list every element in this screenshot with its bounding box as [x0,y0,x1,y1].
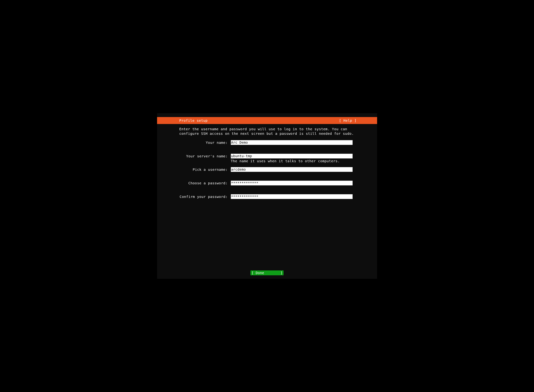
password-row: Choose a password: [179,181,355,186]
installer-screen: Profile setup [ Help ] Enter the usernam… [157,113,377,279]
password-input[interactable] [231,181,353,185]
instructions-text: Enter the username and password you will… [179,127,355,136]
done-bracket-close: ] [280,271,282,275]
done-bracket-open: [ Done [252,271,264,275]
username-label: Pick a username: [179,167,231,172]
done-button[interactable]: [ Done ] [250,271,284,275]
your-name-input[interactable] [231,140,353,145]
your-name-label: Your name: [179,140,231,145]
footer: [ Done ] [157,271,377,275]
username-row: Pick a username: [179,167,355,172]
your-name-row: Your name: [179,140,355,145]
server-name-row: Your server's name: The name it uses whe… [179,154,355,163]
page-title: Profile setup [179,118,208,123]
title-bar: Profile setup [ Help ] [157,117,377,124]
confirm-password-input[interactable] [231,194,353,199]
confirm-password-label: Confirm your password: [179,194,231,199]
server-name-label: Your server's name: [179,154,231,159]
confirm-password-row: Confirm your password: [179,194,355,199]
password-label: Choose a password: [179,181,231,186]
server-name-input[interactable] [231,154,353,159]
help-button[interactable]: [ Help ] [339,118,356,123]
username-input[interactable] [231,167,353,172]
server-name-hint: The name it uses when it talks to other … [231,159,355,163]
content-area: Enter the username and password you will… [157,124,377,199]
